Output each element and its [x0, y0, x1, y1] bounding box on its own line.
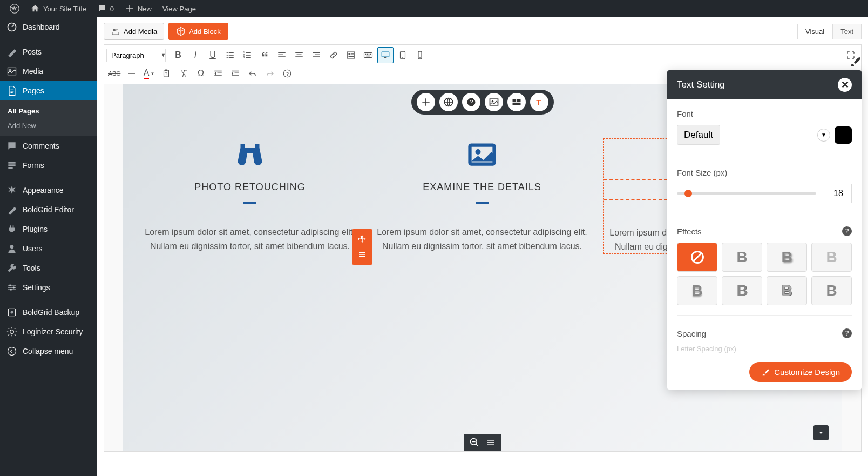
- site-title: Your Site Title: [43, 5, 86, 13]
- admin-topbar: Your Site Title 0 New View Page: [0, 0, 868, 17]
- comments-link[interactable]: 0: [92, 4, 119, 14]
- wp-logo[interactable]: [4, 4, 25, 14]
- site-home-link[interactable]: Your Site Title: [25, 4, 92, 14]
- view-page-link[interactable]: View Page: [157, 5, 201, 13]
- comments-count: 0: [110, 5, 114, 13]
- new-link[interactable]: New: [119, 4, 157, 14]
- new-label: New: [138, 5, 152, 13]
